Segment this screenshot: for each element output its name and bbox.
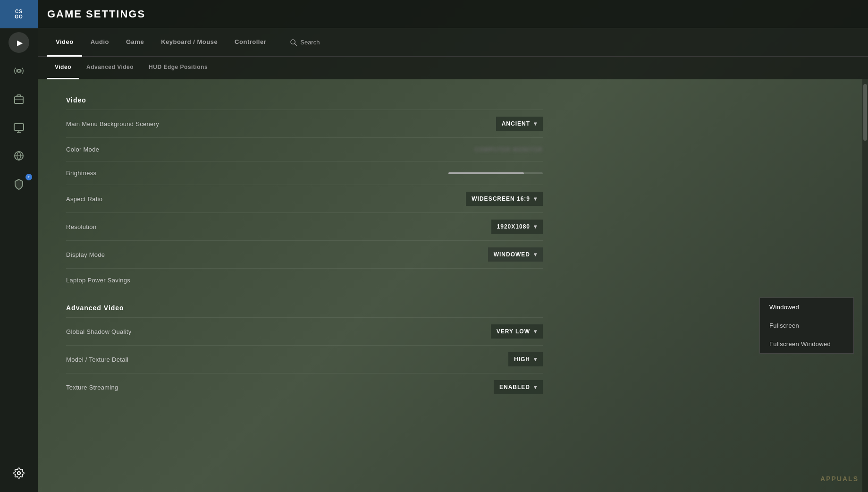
- dropdown-option-windowed[interactable]: Windowed: [760, 298, 853, 316]
- scrollbar[interactable]: [862, 79, 868, 492]
- color-mode-label: Color Mode: [66, 146, 99, 153]
- chevron-down-icon: ▾: [534, 120, 537, 127]
- aspect-ratio-label: Aspect Ratio: [66, 195, 102, 203]
- display-mode-label: Display Mode: [66, 251, 105, 258]
- tab-sub-advanced-video[interactable]: Advanced Video: [79, 57, 141, 79]
- chevron-down-icon: ▾: [534, 195, 537, 202]
- logo-text-cs: CS: [15, 9, 23, 14]
- video-section-title: Video: [66, 89, 543, 110]
- color-mode-value: COMPUTER MONITOR: [475, 146, 543, 153]
- watermark: APPUALS: [820, 475, 859, 483]
- shadow-quality-control: VERY LOW ▾: [458, 324, 543, 339]
- display-mode-dropdown-menu: Windowed Fullscreen Fullscreen Windowed: [759, 297, 854, 354]
- chevron-down-icon: ▾: [534, 384, 537, 390]
- model-texture-dropdown[interactable]: HIGH ▾: [508, 352, 543, 366]
- broadcast-icon: [13, 65, 25, 76]
- sidebar-item-community[interactable]: [0, 142, 38, 170]
- advanced-video-section-title: Advanced Video: [66, 297, 543, 317]
- prime-badge: +: [25, 174, 32, 180]
- search-tab[interactable]: Search: [284, 39, 325, 46]
- global-shadow-dropdown[interactable]: VERY LOW ▾: [491, 324, 543, 339]
- briefcase-icon: [13, 93, 25, 105]
- svg-rect-1: [15, 97, 23, 103]
- model-texture-control: HIGH ▾: [458, 352, 543, 366]
- tab-keyboard-mouse[interactable]: Keyboard / Mouse: [152, 28, 226, 57]
- top-tab-bar: Video Audio Game Keyboard / Mouse Contro…: [38, 28, 868, 57]
- settings-content: Video Main Menu Background Scenery ANCIE…: [38, 79, 868, 492]
- display-mode-dropdown[interactable]: WINDOWED ▾: [488, 247, 543, 262]
- setting-row-resolution: Resolution 1920X1080 ▾: [66, 212, 543, 240]
- sub-tab-bar: Video Advanced Video HUD Edge Positions: [38, 57, 868, 79]
- search-icon: [290, 39, 297, 46]
- tab-controller[interactable]: Controller: [226, 28, 275, 57]
- aspect-ratio-dropdown[interactable]: WIDESCREEN 16:9 ▾: [466, 192, 543, 206]
- aspect-ratio-control: WIDESCREEN 16:9 ▾: [458, 192, 543, 206]
- sidebar-item-prime[interactable]: +: [0, 170, 38, 198]
- laptop-power-label: Laptop Power Savings: [66, 277, 130, 284]
- shield-icon: [13, 178, 25, 190]
- svg-point-8: [291, 40, 295, 44]
- model-texture-label: Model / Texture Detail: [66, 356, 128, 363]
- main-menu-bg-dropdown[interactable]: ANCIENT ▾: [496, 117, 543, 131]
- resolution-label: Resolution: [66, 223, 96, 230]
- setting-row-model-texture: Model / Texture Detail HIGH ▾: [66, 345, 543, 373]
- brightness-slider-track[interactable]: [448, 172, 543, 174]
- dropdown-option-fullscreen[interactable]: Fullscreen: [760, 316, 853, 335]
- chevron-down-icon: ▾: [534, 356, 537, 363]
- display-mode-control: WINDOWED ▾: [458, 247, 543, 262]
- shadow-quality-label: Global Shadow Quality: [66, 328, 132, 335]
- sidebar-item-broadcast[interactable]: [0, 57, 38, 85]
- resolution-dropdown[interactable]: 1920X1080 ▾: [491, 220, 543, 234]
- color-mode-control: COMPUTER MONITOR: [458, 146, 543, 153]
- main-menu-bg-control: ANCIENT ▾: [458, 117, 543, 131]
- tab-sub-video[interactable]: Video: [47, 57, 79, 79]
- chevron-down-icon: ▾: [534, 251, 537, 258]
- brightness-slider-fill: [448, 172, 524, 174]
- tv-icon: [13, 122, 25, 133]
- texture-streaming-dropdown[interactable]: ENABLED ▾: [494, 380, 543, 394]
- sidebar: CS GO ▶: [0, 0, 38, 492]
- svg-line-9: [295, 43, 297, 46]
- sidebar-item-settings[interactable]: [0, 459, 38, 487]
- svg-point-0: [17, 69, 20, 72]
- sidebar-item-watch[interactable]: [0, 113, 38, 142]
- brightness-label: Brightness: [66, 170, 96, 177]
- brightness-control: [448, 172, 543, 174]
- globe-icon: [13, 150, 25, 161]
- svg-rect-3: [14, 124, 24, 130]
- scrollbar-thumb: [863, 84, 867, 141]
- header: GAME SETTINGS: [38, 0, 868, 28]
- play-icon: ▶: [17, 38, 23, 47]
- tab-video[interactable]: Video: [47, 28, 82, 57]
- main-content: GAME SETTINGS Video Audio Game Keyboard …: [38, 0, 868, 492]
- main-menu-bg-label: Main Menu Background Scenery: [66, 120, 159, 127]
- setting-row-shadow-quality: Global Shadow Quality VERY LOW ▾: [66, 317, 543, 345]
- app-logo: CS GO: [0, 0, 38, 28]
- setting-row-display-mode: Display Mode WINDOWED ▾: [66, 240, 543, 268]
- setting-row-aspect-ratio: Aspect Ratio WIDESCREEN 16:9 ▾: [66, 185, 543, 212]
- tab-sub-hud-edge[interactable]: HUD Edge Positions: [141, 57, 215, 79]
- texture-streaming-control: ENABLED ▾: [458, 380, 543, 394]
- settings-panel: Video Main Menu Background Scenery ANCIE…: [38, 79, 557, 410]
- tab-game[interactable]: Game: [118, 28, 152, 57]
- tab-audio[interactable]: Audio: [82, 28, 118, 57]
- play-button[interactable]: ▶: [8, 32, 29, 53]
- logo-text-go: GO: [15, 14, 23, 19]
- setting-row-brightness: Brightness: [66, 161, 543, 185]
- setting-row-texture-streaming: Texture Streaming ENABLED ▾: [66, 373, 543, 401]
- setting-row-main-menu-bg: Main Menu Background Scenery ANCIENT ▾: [66, 110, 543, 137]
- setting-row-laptop-power: Laptop Power Savings: [66, 268, 543, 292]
- gear-icon: [13, 467, 25, 479]
- resolution-control: 1920X1080 ▾: [458, 220, 543, 234]
- setting-row-color-mode: Color Mode COMPUTER MONITOR: [66, 137, 543, 161]
- page-title: GAME SETTINGS: [47, 8, 145, 20]
- chevron-down-icon: ▾: [534, 328, 537, 335]
- texture-streaming-label: Texture Streaming: [66, 384, 118, 391]
- chevron-down-icon: ▾: [534, 223, 537, 230]
- sidebar-item-inventory[interactable]: [0, 85, 38, 113]
- dropdown-option-fullscreen-windowed[interactable]: Fullscreen Windowed: [760, 335, 853, 353]
- svg-point-7: [17, 472, 20, 475]
